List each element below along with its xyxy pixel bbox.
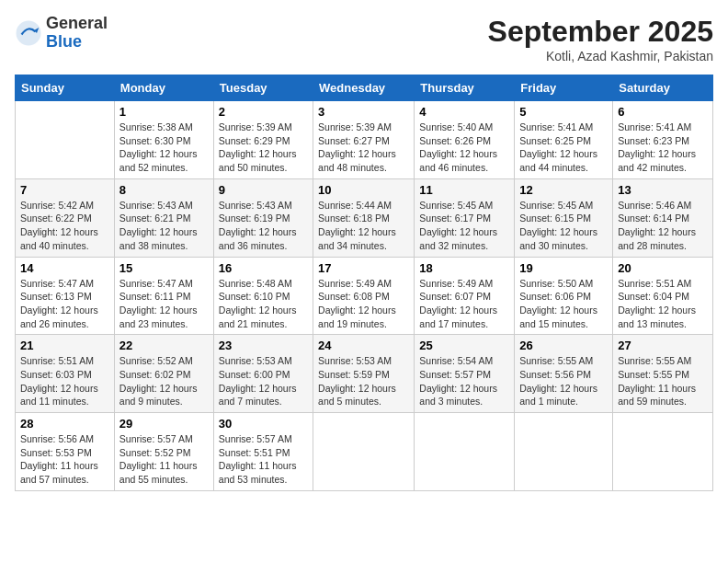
day-number: 20 <box>618 261 708 275</box>
day-info: Sunrise: 5:49 AM Sunset: 6:07 PM Dayligh… <box>419 277 509 331</box>
day-cell: 25Sunrise: 5:54 AM Sunset: 5:57 PM Dayli… <box>415 335 515 413</box>
day-cell: 19Sunrise: 5:50 AM Sunset: 6:06 PM Dayli… <box>515 257 613 335</box>
col-header-sunday: Sunday <box>16 75 115 101</box>
location: Kotli, Azad Kashmir, Pakistan <box>488 49 713 63</box>
day-cell: 11Sunrise: 5:45 AM Sunset: 6:17 PM Dayli… <box>415 178 515 257</box>
day-cell <box>313 413 415 491</box>
day-info: Sunrise: 5:39 AM Sunset: 6:27 PM Dayligh… <box>318 121 409 175</box>
day-number: 23 <box>219 339 308 352</box>
day-number: 27 <box>618 339 708 352</box>
day-info: Sunrise: 5:46 AM Sunset: 6:14 PM Dayligh… <box>618 199 708 253</box>
week-row-4: 21Sunrise: 5:51 AM Sunset: 6:03 PM Dayli… <box>16 335 713 413</box>
header-row: SundayMondayTuesdayWednesdayThursdayFrid… <box>16 75 713 101</box>
week-row-1: 1Sunrise: 5:38 AM Sunset: 6:30 PM Daylig… <box>16 101 713 179</box>
day-cell: 10Sunrise: 5:44 AM Sunset: 6:18 PM Dayli… <box>313 178 415 257</box>
day-info: Sunrise: 5:54 AM Sunset: 5:57 PM Dayligh… <box>419 354 509 408</box>
day-info: Sunrise: 5:56 AM Sunset: 5:53 PM Dayligh… <box>20 432 109 487</box>
day-cell: 29Sunrise: 5:57 AM Sunset: 5:52 PM Dayli… <box>114 413 213 491</box>
day-info: Sunrise: 5:41 AM Sunset: 6:25 PM Dayligh… <box>519 121 608 175</box>
day-number: 18 <box>419 261 509 275</box>
day-info: Sunrise: 5:53 AM Sunset: 6:00 PM Dayligh… <box>219 354 308 408</box>
week-row-2: 7Sunrise: 5:42 AM Sunset: 6:22 PM Daylig… <box>16 178 713 257</box>
day-cell: 17Sunrise: 5:49 AM Sunset: 6:08 PM Dayli… <box>313 257 415 335</box>
day-cell: 21Sunrise: 5:51 AM Sunset: 6:03 PM Dayli… <box>16 335 115 413</box>
day-info: Sunrise: 5:53 AM Sunset: 5:59 PM Dayligh… <box>318 354 409 408</box>
day-info: Sunrise: 5:41 AM Sunset: 6:23 PM Dayligh… <box>618 121 708 175</box>
day-cell: 16Sunrise: 5:48 AM Sunset: 6:10 PM Dayli… <box>213 257 313 335</box>
day-cell: 3Sunrise: 5:39 AM Sunset: 6:27 PM Daylig… <box>313 101 415 179</box>
day-info: Sunrise: 5:44 AM Sunset: 6:18 PM Dayligh… <box>318 199 409 253</box>
day-cell: 18Sunrise: 5:49 AM Sunset: 6:07 PM Dayli… <box>415 257 515 335</box>
day-info: Sunrise: 5:55 AM Sunset: 5:56 PM Dayligh… <box>519 354 608 408</box>
day-number: 26 <box>519 339 608 352</box>
day-number: 12 <box>519 183 608 197</box>
day-number: 2 <box>219 105 308 119</box>
day-number: 30 <box>219 417 308 431</box>
svg-point-0 <box>17 20 41 45</box>
day-number: 14 <box>20 261 109 275</box>
logo-text: General Blue <box>46 15 108 52</box>
day-cell: 27Sunrise: 5:55 AM Sunset: 5:55 PM Dayli… <box>613 335 713 413</box>
day-cell: 5Sunrise: 5:41 AM Sunset: 6:25 PM Daylig… <box>515 101 613 179</box>
day-info: Sunrise: 5:38 AM Sunset: 6:30 PM Dayligh… <box>119 121 209 175</box>
day-info: Sunrise: 5:40 AM Sunset: 6:26 PM Dayligh… <box>419 121 509 175</box>
day-info: Sunrise: 5:52 AM Sunset: 6:02 PM Dayligh… <box>119 354 209 408</box>
day-cell: 7Sunrise: 5:42 AM Sunset: 6:22 PM Daylig… <box>16 178 115 257</box>
day-info: Sunrise: 5:43 AM Sunset: 6:21 PM Dayligh… <box>119 199 209 253</box>
day-info: Sunrise: 5:57 AM Sunset: 5:51 PM Dayligh… <box>219 432 308 487</box>
day-number: 28 <box>20 417 109 431</box>
day-number: 13 <box>618 183 708 197</box>
day-cell <box>16 101 115 179</box>
day-info: Sunrise: 5:45 AM Sunset: 6:17 PM Dayligh… <box>419 199 509 253</box>
logo-icon <box>15 19 42 47</box>
day-number: 25 <box>419 339 509 352</box>
day-info: Sunrise: 5:55 AM Sunset: 5:55 PM Dayligh… <box>618 354 708 408</box>
col-header-wednesday: Wednesday <box>313 75 415 101</box>
day-info: Sunrise: 5:45 AM Sunset: 6:15 PM Dayligh… <box>519 199 608 253</box>
day-cell <box>415 413 515 491</box>
day-cell: 20Sunrise: 5:51 AM Sunset: 6:04 PM Dayli… <box>613 257 713 335</box>
day-cell: 1Sunrise: 5:38 AM Sunset: 6:30 PM Daylig… <box>114 101 213 179</box>
day-number: 19 <box>519 261 608 275</box>
day-cell <box>613 413 713 491</box>
day-info: Sunrise: 5:50 AM Sunset: 6:06 PM Dayligh… <box>519 277 608 331</box>
day-number: 22 <box>119 339 209 352</box>
day-number: 24 <box>318 339 409 352</box>
day-number: 15 <box>119 261 209 275</box>
day-cell: 6Sunrise: 5:41 AM Sunset: 6:23 PM Daylig… <box>613 101 713 179</box>
day-cell: 23Sunrise: 5:53 AM Sunset: 6:00 PM Dayli… <box>213 335 313 413</box>
page-header: General Blue September 2025 Kotli, Azad … <box>15 15 713 63</box>
day-number: 29 <box>119 417 209 431</box>
title-block: September 2025 Kotli, Azad Kashmir, Paki… <box>488 15 713 63</box>
day-cell: 14Sunrise: 5:47 AM Sunset: 6:13 PM Dayli… <box>16 257 115 335</box>
day-cell: 2Sunrise: 5:39 AM Sunset: 6:29 PM Daylig… <box>213 101 313 179</box>
day-number: 16 <box>219 261 308 275</box>
day-cell: 28Sunrise: 5:56 AM Sunset: 5:53 PM Dayli… <box>16 413 115 491</box>
day-number: 4 <box>419 105 509 119</box>
day-cell: 12Sunrise: 5:45 AM Sunset: 6:15 PM Dayli… <box>515 178 613 257</box>
col-header-saturday: Saturday <box>613 75 713 101</box>
col-header-thursday: Thursday <box>415 75 515 101</box>
day-number: 6 <box>618 105 708 119</box>
month-title: September 2025 <box>488 15 713 49</box>
day-number: 8 <box>119 183 209 197</box>
logo-general: General <box>46 15 108 33</box>
day-cell: 24Sunrise: 5:53 AM Sunset: 5:59 PM Dayli… <box>313 335 415 413</box>
col-header-tuesday: Tuesday <box>213 75 313 101</box>
day-info: Sunrise: 5:47 AM Sunset: 6:13 PM Dayligh… <box>20 277 109 331</box>
day-info: Sunrise: 5:57 AM Sunset: 5:52 PM Dayligh… <box>119 432 209 487</box>
day-number: 5 <box>519 105 608 119</box>
logo: General Blue <box>15 15 108 52</box>
day-cell <box>515 413 613 491</box>
day-cell: 9Sunrise: 5:43 AM Sunset: 6:19 PM Daylig… <box>213 178 313 257</box>
week-row-5: 28Sunrise: 5:56 AM Sunset: 5:53 PM Dayli… <box>16 413 713 491</box>
day-cell: 15Sunrise: 5:47 AM Sunset: 6:11 PM Dayli… <box>114 257 213 335</box>
day-number: 10 <box>318 183 409 197</box>
logo-blue: Blue <box>46 33 108 52</box>
day-info: Sunrise: 5:49 AM Sunset: 6:08 PM Dayligh… <box>318 277 409 331</box>
day-cell: 22Sunrise: 5:52 AM Sunset: 6:02 PM Dayli… <box>114 335 213 413</box>
day-number: 21 <box>20 339 109 352</box>
day-cell: 30Sunrise: 5:57 AM Sunset: 5:51 PM Dayli… <box>213 413 313 491</box>
day-info: Sunrise: 5:42 AM Sunset: 6:22 PM Dayligh… <box>20 199 109 253</box>
day-cell: 8Sunrise: 5:43 AM Sunset: 6:21 PM Daylig… <box>114 178 213 257</box>
